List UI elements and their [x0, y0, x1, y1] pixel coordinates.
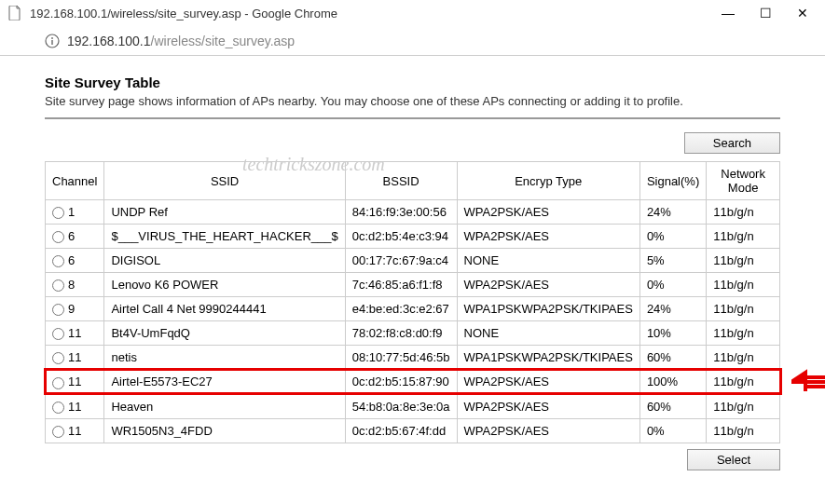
ap-radio[interactable]: [52, 352, 64, 364]
signal-cell: 100%: [639, 370, 706, 394]
ap-radio[interactable]: [52, 255, 64, 267]
signal-cell: 10%: [639, 321, 706, 346]
bssid-cell: 0c:d2:b5:67:4f:dd: [345, 418, 457, 443]
channel-value: 11: [68, 350, 81, 364]
table-row: 11Heaven54:b8:0a:8e:3e:0aWPA2PSK/AES60%1…: [46, 394, 780, 418]
ssid-cell: WR1505N3_4FDD: [104, 418, 345, 443]
channel-value: 8: [68, 278, 75, 292]
channel-value: 9: [68, 302, 75, 316]
mode-cell: 11b/g/n: [707, 249, 780, 273]
signal-cell: 60%: [639, 346, 706, 370]
file-icon: [7, 6, 22, 20]
table-row: 9Airtel Call 4 Net 9990244441e4:be:ed:3c…: [46, 297, 780, 321]
bssid-cell: 7c:46:85:a6:f1:f8: [345, 273, 457, 297]
page-content: Site Survey Table Site survey page shows…: [0, 56, 825, 489]
channel-value: 6: [68, 229, 75, 243]
table-row: 11Airtel-E5573-EC270c:d2:b5:15:87:90WPA2…: [46, 370, 780, 394]
col-signal: Signal(%): [639, 162, 706, 200]
signal-cell: 5%: [639, 249, 706, 273]
ap-radio[interactable]: [52, 328, 64, 340]
svg-point-1: [51, 37, 53, 39]
ap-radio[interactable]: [52, 402, 64, 414]
encryp-cell: WPA2PSK/AES: [457, 273, 639, 297]
ssid-cell: Airtel-E5573-EC27: [104, 370, 345, 394]
channel-cell: 11: [46, 321, 104, 346]
encryp-cell: WPA1PSKWPA2PSK/TKIPAES: [457, 297, 639, 321]
channel-cell: 6: [46, 225, 104, 249]
ssid-cell: Bt4V-UmFqdQ: [104, 321, 345, 346]
ap-radio[interactable]: [52, 231, 64, 243]
table-row: 11Bt4V-UmFqdQ78:02:f8:c8:d0:f9NONE10%11b…: [46, 321, 780, 346]
encryp-cell: WPA2PSK/AES: [457, 200, 639, 225]
signal-cell: 24%: [639, 200, 706, 225]
ap-radio[interactable]: [52, 377, 64, 389]
maximize-button[interactable]: ☐: [754, 6, 777, 20]
table-row: 1UNDP Ref84:16:f9:3e:00:56WPA2PSK/AES24%…: [46, 200, 780, 225]
bssid-cell: 0c:d2:b5:4e:c3:94: [345, 225, 457, 249]
channel-value: 1: [68, 205, 75, 219]
ap-radio[interactable]: [52, 304, 64, 316]
table-row: 6$___VIRUS_THE_HEART_HACKER___$0c:d2:b5:…: [46, 225, 780, 249]
encryp-cell: NONE: [457, 321, 639, 346]
ssid-cell: netis: [104, 346, 345, 370]
select-button[interactable]: Select: [687, 449, 780, 470]
mode-cell: 11b/g/n: [707, 297, 780, 321]
channel-cell: 11: [46, 394, 104, 418]
ap-radio[interactable]: [52, 426, 64, 438]
signal-cell: 0%: [639, 273, 706, 297]
window-controls: — ☐ ✕: [717, 6, 814, 20]
mode-cell: 11b/g/n: [707, 418, 780, 443]
mode-cell: 11b/g/n: [707, 370, 780, 394]
minimize-button[interactable]: —: [717, 6, 739, 20]
signal-cell: 24%: [639, 297, 706, 321]
ap-radio[interactable]: [52, 207, 64, 219]
channel-value: 11: [68, 424, 81, 438]
address-bar: 192.168.100.1/wireless/site_survey.asp: [0, 26, 825, 56]
col-channel: Channel: [46, 162, 104, 200]
search-row: Search: [45, 132, 780, 154]
channel-cell: 11: [46, 346, 104, 370]
channel-value: 6: [68, 253, 75, 267]
table-row: 11netis08:10:77:5d:46:5bWPA1PSKWPA2PSK/T…: [46, 346, 780, 370]
mode-cell: 11b/g/n: [707, 200, 780, 225]
encryp-cell: WPA1PSKWPA2PSK/TKIPAES: [457, 346, 639, 370]
table-header-row: Channel SSID BSSID Encryp Type Signal(%)…: [46, 162, 780, 200]
encryp-cell: WPA2PSK/AES: [457, 370, 639, 394]
ssid-cell: $___VIRUS_THE_HEART_HACKER___$: [104, 225, 345, 249]
encryp-cell: NONE: [457, 249, 639, 273]
table-row: 6DIGISOL00:17:7c:67:9a:c4NONE5%11b/g/n: [46, 249, 780, 273]
bssid-cell: 08:10:77:5d:46:5b: [345, 346, 457, 370]
window-titlebar: 192.168.100.1/wireless/site_survey.asp -…: [0, 0, 825, 26]
svg-rect-2: [51, 40, 52, 45]
signal-cell: 0%: [639, 418, 706, 443]
select-row: Select: [45, 449, 780, 470]
search-button[interactable]: Search: [684, 132, 780, 154]
ssid-cell: Heaven: [104, 394, 345, 418]
bssid-cell: 78:02:f8:c8:d0:f9: [345, 321, 457, 346]
survey-table: Channel SSID BSSID Encryp Type Signal(%)…: [45, 161, 780, 443]
bssid-cell: e4:be:ed:3c:e2:67: [345, 297, 457, 321]
url-text[interactable]: 192.168.100.1/wireless/site_survey.asp: [67, 34, 295, 48]
col-mode: Network Mode: [707, 162, 780, 200]
divider: [45, 117, 780, 119]
channel-cell: 6: [46, 249, 104, 273]
bssid-cell: 54:b8:0a:8e:3e:0a: [345, 394, 457, 418]
close-button[interactable]: ✕: [791, 6, 814, 20]
channel-cell: 11: [46, 418, 104, 443]
page-title: Site Survey Table: [45, 75, 780, 90]
col-encryp: Encryp Type: [457, 162, 639, 200]
encryp-cell: WPA2PSK/AES: [457, 225, 639, 249]
info-icon[interactable]: [45, 34, 60, 48]
channel-value: 11: [68, 375, 81, 388]
ssid-cell: DIGISOL: [104, 249, 345, 273]
mode-cell: 11b/g/n: [707, 225, 780, 249]
channel-cell: 8: [46, 273, 104, 297]
mode-cell: 11b/g/n: [707, 346, 780, 370]
signal-cell: 60%: [639, 394, 706, 418]
channel-value: 11: [68, 326, 81, 340]
ap-radio[interactable]: [52, 279, 64, 292]
col-bssid: BSSID: [345, 162, 457, 200]
bssid-cell: 00:17:7c:67:9a:c4: [345, 249, 457, 273]
table-row: 8Lenovo K6 POWER7c:46:85:a6:f1:f8WPA2PSK…: [46, 273, 780, 297]
channel-cell: 9: [46, 297, 104, 321]
